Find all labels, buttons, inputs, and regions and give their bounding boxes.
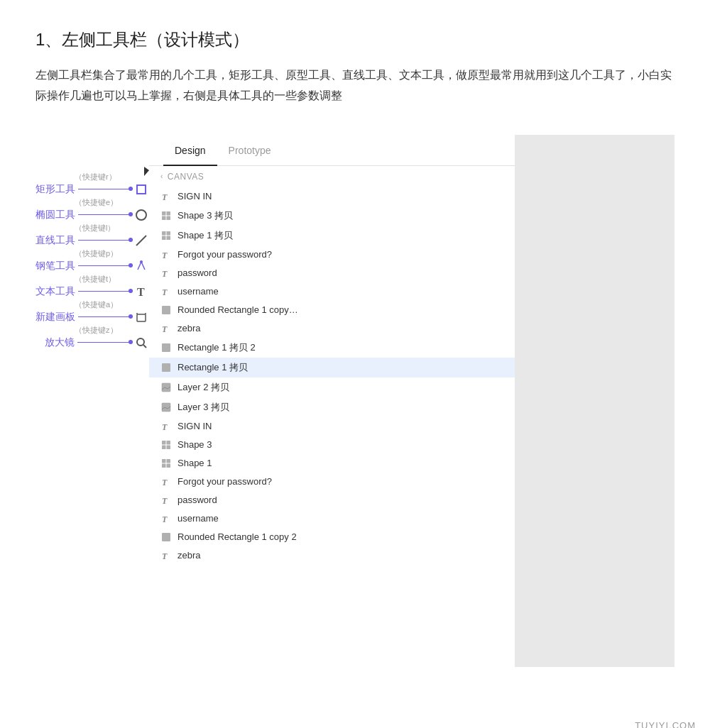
tool-item-text: 文本工具 （快捷键t） T — [36, 284, 149, 299]
svg-text:T: T — [162, 496, 168, 505]
layer-item[interactable]: Layer 3 拷贝 — [149, 397, 515, 417]
svg-rect-17 — [162, 236, 166, 240]
layer-item[interactable]: Shape 3 拷贝 — [149, 206, 515, 226]
layers-panel: ‹ CANVAS TSIGN IN Shape 3 拷贝 Shape 1 拷贝T… — [149, 166, 515, 667]
svg-rect-12 — [167, 211, 171, 216]
layer-item[interactable]: Tusername — [149, 509, 515, 528]
frame-tool-line — [78, 316, 131, 317]
svg-text:T: T — [162, 551, 168, 561]
layer-name: SIGN IN — [178, 421, 212, 431]
layer-icon — [160, 402, 172, 413]
layer-item[interactable]: Rectangle 1 拷贝 2 — [149, 338, 515, 358]
layer-item[interactable]: Shape 3 — [149, 436, 515, 454]
zoom-tool-icon[interactable] — [133, 335, 149, 351]
svg-rect-15 — [162, 231, 166, 236]
layer-icon — [160, 439, 172, 451]
layer-item[interactable]: Rounded Rectangle 1 copy 2 — [149, 528, 515, 546]
layer-item[interactable]: Tzebra — [149, 546, 515, 565]
tool-item-frame: 新建画板 （快捷键a） — [36, 309, 149, 325]
canvas-chevron-icon: ‹ — [160, 172, 163, 180]
svg-rect-18 — [167, 236, 171, 240]
footer: TUYIYI.COM — [0, 710, 710, 728]
svg-rect-38 — [167, 441, 171, 445]
canvas-area — [515, 135, 674, 667]
svg-rect-14 — [167, 216, 171, 220]
tool-item-line: 直线工具 （快捷键l） — [36, 233, 149, 248]
layer-item[interactable]: TSIGN IN — [149, 187, 515, 206]
zoom-tool-shortcut: （快捷键z） — [75, 325, 118, 336]
svg-rect-44 — [167, 463, 171, 468]
text-tool-line — [78, 291, 131, 292]
svg-point-3 — [140, 260, 143, 263]
tab-design[interactable]: Design — [163, 135, 217, 166]
canvas-header[interactable]: ‹ CANVAS — [149, 166, 515, 187]
layer-item[interactable]: Tpassword — [149, 264, 515, 282]
layer-name: Forgot your password? — [178, 476, 272, 487]
cursor-icon[interactable] — [144, 167, 149, 176]
text-tool-shortcut: （快捷键t） — [75, 274, 116, 285]
layer-name: Shape 1 拷贝 — [178, 229, 233, 242]
line-tool-icon[interactable] — [133, 233, 149, 248]
svg-text:T: T — [162, 422, 168, 431]
svg-rect-5 — [137, 314, 146, 321]
rect-tool-shortcut: （快捷键r） — [75, 172, 116, 182]
layer-icon: T — [160, 268, 172, 279]
layer-name: Shape 3 — [178, 439, 212, 450]
layer-item[interactable]: Shape 1 — [149, 454, 515, 473]
layer-icon: T — [160, 323, 172, 334]
zoom-tool-label[interactable]: 放大镜 — [36, 336, 75, 349]
description-text: 左侧工具栏集合了最常用的几个工具，矩形工具、原型工具、直线工具、文本工具，做原型… — [36, 65, 674, 106]
ellipse-tool-label[interactable]: 椭圆工具 — [36, 209, 75, 221]
svg-text:T: T — [137, 286, 145, 298]
layer-name: SIGN IN — [178, 191, 212, 202]
layer-item[interactable]: Tusername — [149, 282, 515, 301]
text-tool-label[interactable]: 文本工具 — [36, 285, 75, 298]
layer-icon — [160, 210, 172, 221]
pen-tool-label[interactable]: 钢笔工具 — [36, 260, 75, 272]
layer-name: Forgot your password? — [178, 249, 272, 260]
line-tool-line — [78, 240, 131, 241]
frame-tool-icon[interactable] — [133, 309, 149, 325]
layer-item[interactable]: TSIGN IN — [149, 417, 515, 436]
svg-text:T: T — [162, 287, 168, 297]
layer-item[interactable]: Layer 2 拷贝 — [149, 377, 515, 397]
svg-rect-37 — [162, 441, 166, 445]
layer-item[interactable]: Tpassword — [149, 491, 515, 509]
line-tool-label[interactable]: 直线工具 — [36, 234, 75, 247]
svg-rect-0 — [137, 185, 146, 194]
layer-item[interactable]: Rounded Rectangle 1 copy… — [149, 301, 515, 319]
layer-name: zebra — [178, 550, 201, 561]
layer-item[interactable]: Shape 1 拷贝 — [149, 226, 515, 246]
ellipse-tool-shortcut: （快捷键e） — [75, 197, 118, 208]
tab-prototype[interactable]: Prototype — [217, 135, 283, 166]
tool-item-zoom: 放大镜 （快捷键z） — [36, 335, 149, 351]
ellipse-tool-icon[interactable] — [133, 207, 149, 223]
section-title: 1、左侧工具栏（设计模式） — [36, 28, 674, 51]
pen-tool-icon[interactable] — [133, 258, 149, 274]
layer-item[interactable]: TForgot your password? — [149, 473, 515, 491]
text-tool-icon[interactable]: T — [133, 284, 149, 299]
layer-icon — [160, 304, 172, 316]
layer-icon: T — [160, 550, 172, 561]
layer-icon: T — [160, 513, 172, 524]
tool-item-pen: 钢笔工具 （快捷键p） — [36, 258, 149, 274]
rect-tool-label[interactable]: 矩形工具 — [36, 183, 75, 196]
layer-item[interactable]: Rectangle 1 拷贝 — [149, 358, 515, 377]
layer-item[interactable]: Tzebra — [149, 319, 515, 338]
svg-line-2 — [136, 236, 146, 246]
svg-point-1 — [136, 210, 146, 220]
layer-icon — [160, 531, 172, 543]
layer-name: zebra — [178, 323, 201, 333]
svg-point-8 — [137, 338, 144, 346]
layer-icon — [160, 458, 172, 469]
svg-rect-41 — [162, 459, 166, 463]
layer-item[interactable]: TForgot your password? — [149, 246, 515, 264]
svg-rect-16 — [167, 231, 171, 236]
zoom-tool-line — [77, 342, 131, 343]
svg-text:T: T — [162, 324, 168, 333]
svg-rect-40 — [167, 445, 171, 449]
svg-rect-13 — [162, 216, 166, 220]
frame-tool-label[interactable]: 新建画板 — [36, 311, 75, 324]
ellipse-tool-line — [78, 214, 131, 215]
rect-tool-icon[interactable] — [133, 182, 149, 197]
